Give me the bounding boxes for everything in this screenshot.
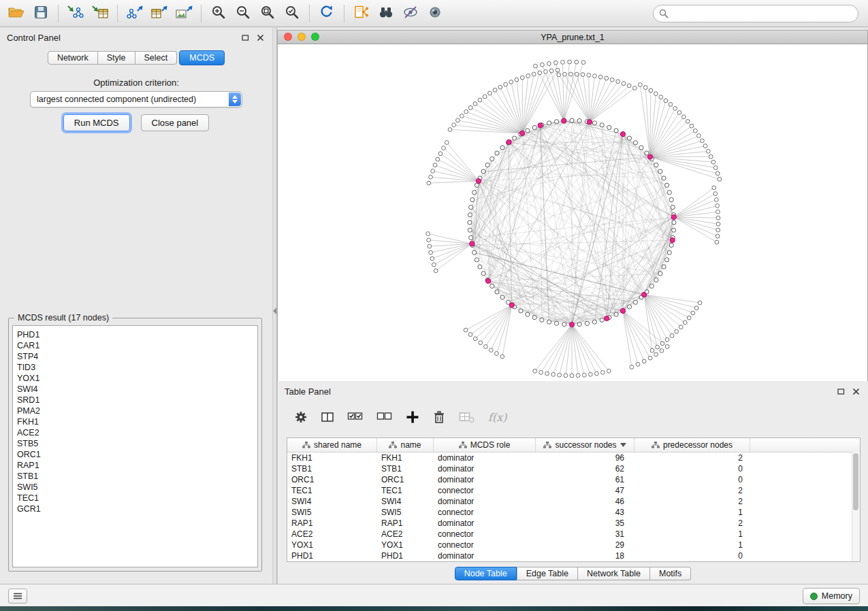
clear-table-button[interactable]	[459, 410, 475, 424]
run-mcds-button[interactable]: Run MCDS	[63, 114, 130, 131]
mcds-result-item[interactable]: RAP1	[17, 460, 257, 471]
column-header-shared-name[interactable]: shared name	[287, 438, 377, 452]
network-graph[interactable]	[278, 44, 867, 381]
table-row[interactable]: YOX1YOX1connector291	[287, 540, 860, 550]
add-icon	[406, 410, 419, 424]
zoom-selected-button[interactable]	[280, 3, 304, 24]
minimize-window-icon[interactable]	[298, 33, 306, 41]
panel-splitter[interactable]	[272, 27, 277, 584]
tab-network-table[interactable]: Network Table	[578, 567, 650, 580]
table-row[interactable]: STB1STB1dominator620	[287, 463, 860, 474]
toolbar-separator	[309, 5, 310, 22]
add-column-button[interactable]	[406, 410, 419, 424]
mcds-result-item[interactable]: SWI4	[17, 384, 257, 395]
criterion-select[interactable]: largest connected component (undirected)	[30, 91, 242, 108]
open-file-button[interactable]	[4, 3, 29, 24]
sort-menu-icon[interactable]	[620, 443, 626, 447]
mcds-result-item[interactable]: TEC1	[17, 493, 257, 503]
deselect-all-button[interactable]	[376, 410, 393, 424]
tab-select[interactable]: Select	[135, 51, 178, 65]
splitter-collapse-icon[interactable]	[273, 308, 276, 314]
table-cell: 31	[536, 529, 634, 540]
show-columns-button[interactable]	[321, 410, 334, 424]
select-all-button[interactable]	[347, 410, 364, 424]
mcds-result-item[interactable]: SWI5	[17, 482, 257, 493]
search-input[interactable]	[673, 8, 852, 19]
table-cell	[750, 463, 860, 474]
close-table-panel-button[interactable]	[850, 387, 861, 397]
table-row[interactable]: FKH1FKH1dominator962	[287, 452, 860, 463]
export-image-button[interactable]	[172, 3, 196, 24]
maximize-window-icon[interactable]	[311, 33, 319, 41]
close-window-icon[interactable]	[284, 33, 292, 41]
table-row[interactable]: TEC1TEC1connector472	[287, 485, 860, 496]
import-network-button[interactable]	[63, 3, 88, 24]
table-scrollbar-thumb[interactable]	[853, 453, 858, 510]
table-row[interactable]: SWI5SWI5connector431	[287, 507, 860, 518]
mcds-result-item[interactable]: SRD1	[17, 395, 257, 406]
zoom-in-button[interactable]	[206, 3, 231, 24]
mcds-result-item[interactable]: GCR1	[17, 503, 257, 514]
network-canvas[interactable]	[278, 44, 867, 381]
memory-button[interactable]: Memory	[803, 588, 860, 604]
float-panel-button[interactable]	[240, 33, 251, 43]
column-header-mcds-role[interactable]: MCDS role	[434, 438, 536, 452]
table-cell: dominator	[434, 452, 536, 463]
mcds-result-item[interactable]: YOX1	[17, 373, 257, 384]
mcds-result-item[interactable]: STP4	[17, 351, 257, 362]
save-session-button[interactable]	[29, 3, 53, 24]
mcds-result-item[interactable]: CAR1	[17, 340, 257, 351]
mcds-result-item[interactable]: STB5	[17, 438, 257, 449]
mcds-result-item[interactable]: PMA2	[17, 406, 257, 416]
import-table-button[interactable]	[88, 3, 112, 24]
table-row[interactable]: ACE2ACE2connector311	[287, 529, 860, 540]
mcds-result-item[interactable]: FKH1	[17, 416, 257, 427]
mcds-result-item[interactable]: ACE2	[17, 427, 257, 438]
tab-network[interactable]: Network	[48, 51, 98, 65]
table-row[interactable]: ORC1ORC1dominator610	[287, 474, 860, 485]
tab-mcds[interactable]: MCDS	[179, 50, 225, 65]
column-header-successor-nodes[interactable]: successor nodes	[536, 438, 634, 452]
zoom-fit-button[interactable]	[255, 3, 280, 24]
tab-style[interactable]: Style	[98, 51, 135, 65]
share-network-button[interactable]	[349, 3, 374, 24]
mcds-result-item[interactable]: PHD1	[17, 329, 257, 340]
search-field[interactable]	[653, 5, 858, 22]
table-cell: 43	[536, 507, 634, 518]
zoom-out-button[interactable]	[231, 3, 255, 24]
table-row[interactable]: SWI4SWI4dominator462	[287, 496, 860, 507]
export-table-button[interactable]	[147, 3, 172, 24]
function-builder-button[interactable]: f(x)	[488, 411, 507, 424]
column-header-predecessor-nodes[interactable]: predecessor nodes	[634, 438, 750, 452]
float-table-panel-button[interactable]	[835, 387, 846, 397]
desktop-background	[0, 606, 868, 611]
show-details-button[interactable]	[423, 3, 447, 24]
column-header-name[interactable]: name	[377, 438, 434, 452]
refresh-button[interactable]	[315, 3, 339, 24]
optimization-criterion-label: Optimization criterion:	[0, 78, 272, 88]
close-panel-button[interactable]	[255, 33, 266, 43]
close-panel-action-button[interactable]: Close panel	[141, 114, 210, 131]
table-cell: 2	[634, 496, 750, 507]
export-network-icon	[126, 5, 144, 22]
network-window-titlebar[interactable]: YPA_prune.txt_1	[278, 31, 867, 44]
table-row[interactable]: RAP1RAP1dominator352	[287, 518, 860, 529]
table-settings-button[interactable]	[294, 410, 308, 424]
table-row[interactable]: PHD1PHD1dominator180	[287, 550, 860, 561]
task-history-button[interactable]	[8, 589, 27, 604]
tab-motifs[interactable]: Motifs	[650, 567, 691, 580]
list-icon	[13, 592, 22, 600]
network-view-window: YPA_prune.txt_1	[277, 30, 868, 381]
hide-details-button[interactable]	[398, 3, 423, 24]
mcds-result-item[interactable]: TID3	[17, 362, 257, 373]
tab-edge-table[interactable]: Edge Table	[517, 567, 578, 580]
mcds-result-item[interactable]: STB1	[17, 471, 257, 482]
tab-node-table[interactable]: Node Table	[455, 567, 517, 580]
search-network-button[interactable]	[374, 3, 398, 24]
export-network-button[interactable]	[123, 3, 147, 24]
mcds-result-item[interactable]: ORC1	[17, 449, 257, 460]
delete-column-button[interactable]	[432, 410, 446, 424]
mcds-result-list[interactable]: PHD1CAR1STP4TID3YOX1SWI4SRD1PMA2FKH1ACE2…	[12, 325, 258, 567]
table-cell: 0	[634, 474, 750, 485]
table-cell: 35	[536, 518, 634, 529]
